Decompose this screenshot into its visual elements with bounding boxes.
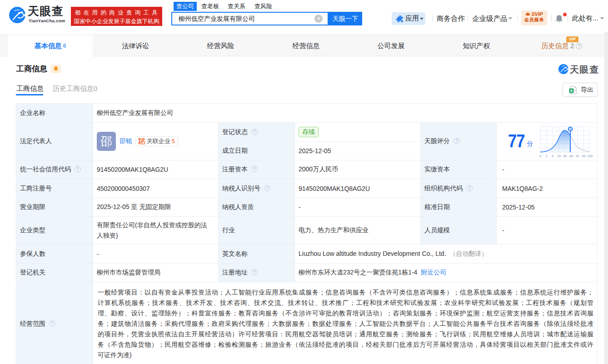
svg-text:97: 97 [575,154,579,158]
svg-text:0: 0 [539,154,541,158]
svg-text:99: 99 [582,154,585,158]
svg-text:3: 3 [552,154,553,158]
svg-text:50: 50 [563,154,567,158]
svg-text:1: 1 [546,154,548,158]
svg-text:85: 85 [569,154,573,158]
svg-text:100: 100 [587,154,593,158]
svg-text:15: 15 [557,154,561,158]
